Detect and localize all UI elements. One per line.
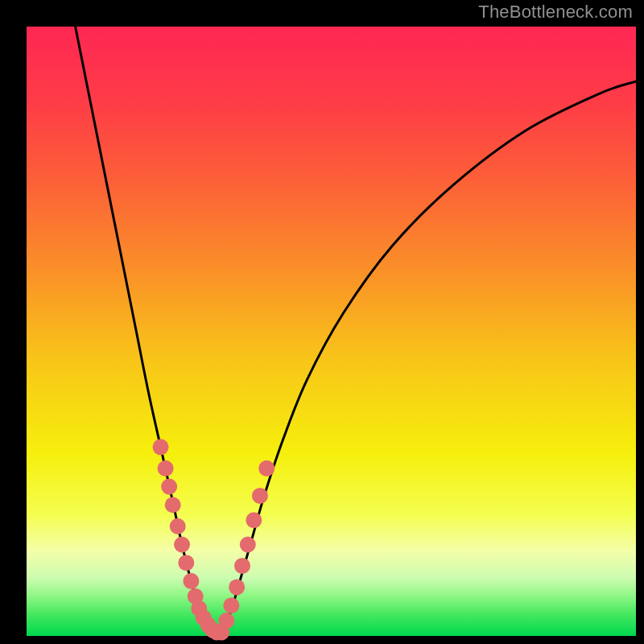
- gradient-panel: [27, 27, 636, 636]
- watermark-text: TheBottleneck.com: [478, 2, 633, 23]
- chart-stage: TheBottleneck.com: [0, 0, 644, 644]
